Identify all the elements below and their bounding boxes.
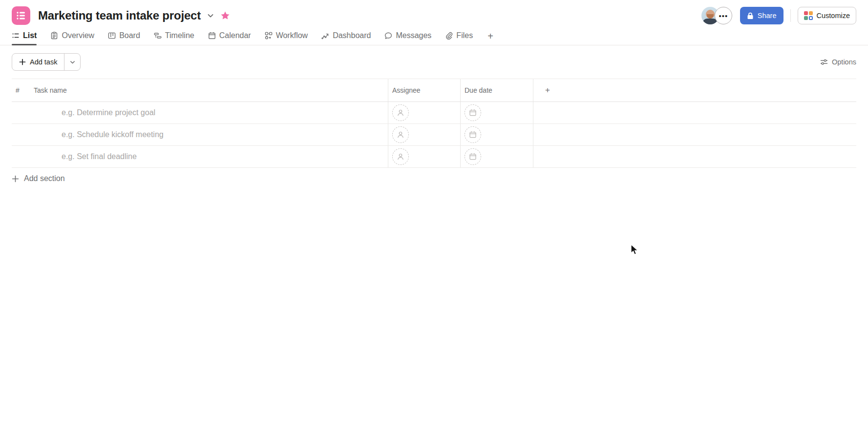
calendar-icon	[468, 130, 477, 139]
board-tab-icon	[108, 32, 116, 40]
calendar-icon	[468, 108, 477, 117]
project-page: Marketing team intake project ••• Share	[0, 0, 868, 447]
tab-label: Calendar	[219, 31, 251, 40]
table-header-row: # Task name Assignee Due date +	[12, 79, 856, 102]
column-header-task-name[interactable]: Task name	[34, 79, 388, 102]
add-task-split-button: Add task	[12, 53, 81, 71]
customize-label: Customize	[817, 12, 850, 20]
project-header: Marketing team intake project ••• Share	[0, 0, 868, 25]
messages-tab-icon	[384, 32, 392, 40]
files-paperclip-icon	[445, 32, 453, 40]
tab-calendar[interactable]: Calendar	[208, 28, 251, 45]
add-task-dropdown-button[interactable]	[64, 54, 80, 70]
task-name-placeholder[interactable]: e.g. Set final deadline	[34, 146, 388, 167]
tab-label: Files	[456, 31, 473, 40]
task-name-placeholder[interactable]: e.g. Determine project goal	[34, 102, 388, 123]
column-header-assignee[interactable]: Assignee	[388, 79, 460, 102]
tab-files[interactable]: Files	[445, 28, 473, 45]
plus-icon	[19, 59, 26, 65]
share-label: Share	[758, 12, 777, 20]
due-date-picker[interactable]	[465, 148, 481, 165]
add-task-button[interactable]: Add task	[12, 54, 64, 70]
person-icon	[396, 108, 405, 117]
project-list-icon[interactable]	[12, 6, 30, 25]
plus-icon	[12, 175, 19, 183]
customize-grid-icon	[804, 11, 813, 20]
column-header-number: #	[12, 79, 34, 102]
tab-overview[interactable]: Overview	[50, 28, 94, 45]
add-task-label: Add task	[30, 58, 57, 66]
calendar-icon	[468, 152, 477, 161]
tab-label: Dashboard	[333, 31, 371, 40]
tab-timeline[interactable]: Timeline	[154, 28, 194, 45]
customize-button[interactable]: Customize	[798, 7, 857, 24]
add-section-button[interactable]: Add section	[12, 174, 65, 183]
list-tab-icon	[12, 32, 20, 40]
tab-list[interactable]: List	[12, 28, 37, 45]
more-members-button[interactable]: •••	[715, 7, 732, 24]
due-date-picker[interactable]	[465, 104, 481, 121]
options-label: Options	[832, 58, 856, 66]
lock-icon	[747, 12, 754, 20]
tab-label: Timeline	[165, 31, 194, 40]
table-row[interactable]: e.g. Determine project goal	[12, 102, 856, 124]
add-section-label: Add section	[24, 174, 65, 183]
due-date-picker[interactable]	[465, 126, 481, 143]
person-icon	[396, 130, 405, 139]
person-icon	[396, 152, 405, 161]
title-chevron-down-icon[interactable]	[207, 12, 214, 20]
tab-label: Overview	[62, 31, 94, 40]
member-avatars: •••	[701, 7, 732, 24]
table-row[interactable]: e.g. Set final deadline	[12, 146, 856, 168]
mouse-cursor	[630, 244, 640, 258]
tab-add-view[interactable]: +	[487, 29, 494, 45]
header-divider	[790, 9, 791, 22]
tab-board[interactable]: Board	[108, 28, 140, 45]
tab-label: Messages	[396, 31, 431, 40]
options-button[interactable]: Options	[820, 58, 856, 66]
list-glyph-icon	[16, 10, 26, 21]
add-column-button[interactable]: +	[533, 79, 856, 102]
calendar-tab-icon	[208, 32, 216, 40]
assignee-picker[interactable]	[392, 148, 409, 165]
sliders-icon	[820, 58, 828, 66]
tab-dashboard[interactable]: Dashboard	[321, 28, 371, 45]
dashboard-tab-icon	[321, 32, 329, 40]
column-header-due-date[interactable]: Due date	[460, 79, 533, 102]
tab-label: List	[23, 31, 37, 40]
task-name-placeholder[interactable]: e.g. Schedule kickoff meeting	[34, 124, 388, 145]
assignee-picker[interactable]	[392, 126, 409, 143]
favorite-star-icon[interactable]	[220, 11, 230, 20]
chevron-down-icon	[69, 59, 76, 65]
view-tabs: List Overview Board	[0, 25, 868, 45]
overview-tab-icon	[50, 32, 58, 40]
share-button[interactable]: Share	[740, 7, 783, 24]
tab-messages[interactable]: Messages	[384, 28, 431, 45]
timeline-tab-icon	[154, 32, 162, 40]
page-title: Marketing team intake project	[38, 9, 201, 22]
tab-label: Workflow	[276, 31, 308, 40]
tab-workflow[interactable]: Workflow	[265, 28, 308, 45]
workflow-tab-icon	[265, 32, 273, 40]
task-list-table: # Task name Assignee Due date + e.g. Det…	[12, 79, 856, 168]
tab-label: Board	[119, 31, 140, 40]
table-row[interactable]: e.g. Schedule kickoff meeting	[12, 124, 856, 146]
list-toolbar: Add task Options	[0, 45, 868, 78]
plus-icon: +	[487, 32, 493, 40]
assignee-picker[interactable]	[392, 104, 409, 121]
